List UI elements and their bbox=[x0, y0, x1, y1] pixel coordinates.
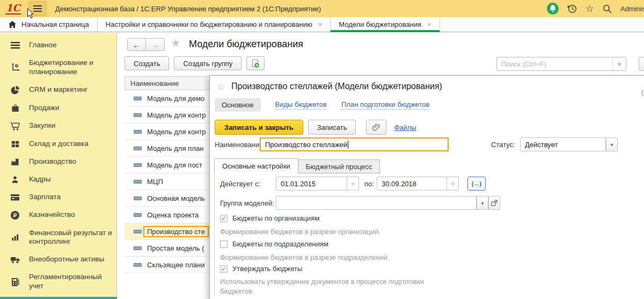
model-icon bbox=[134, 230, 142, 234]
current-user[interactable]: Adminis bbox=[620, 5, 644, 13]
regulated-calc-icon bbox=[10, 278, 20, 287]
checkbox-unchecked-icon bbox=[220, 240, 228, 248]
group-dropdown-icon[interactable]: ▾ bbox=[477, 196, 488, 210]
checkbox-checked-icon: ✓ bbox=[220, 265, 228, 273]
model-icon bbox=[134, 97, 142, 100]
search-icon[interactable] bbox=[602, 4, 612, 14]
text-caret bbox=[348, 141, 348, 149]
model-icon bbox=[134, 263, 142, 267]
model-group-label: Группа моделей: bbox=[220, 199, 274, 207]
sidebar-item-main[interactable]: Главное bbox=[0, 37, 116, 54]
model-group-input[interactable] bbox=[276, 196, 477, 210]
1c-logo: 1С bbox=[5, 3, 21, 14]
sidebar-item-sales[interactable]: Продажи bbox=[0, 99, 116, 117]
list-toolbar: Создать Создать группу bbox=[125, 56, 265, 70]
open-form-icon bbox=[491, 200, 497, 206]
clipped-element: ( bbox=[641, 88, 643, 96]
checkbox-budgets-by-dept[interactable]: Бюджеты по подразделениям bbox=[220, 240, 328, 248]
tab-budget-models[interactable]: Модели бюджетирования × bbox=[331, 17, 440, 32]
dialog-title: Производство стеллажей (Модели бюджетиро… bbox=[231, 82, 442, 91]
sidebar-item-regulated[interactable]: Регламентированный учет bbox=[0, 268, 116, 295]
tab-budget-settings[interactable]: Настройки и справочники по бюджетировани… bbox=[98, 17, 331, 32]
title-bar: 1С Демонстрационная база / 1С:ERP Управл… bbox=[0, 0, 644, 17]
sidebar-item-warehouse[interactable]: Склад и доставка bbox=[0, 135, 116, 153]
sidebar-item-purchases[interactable]: Закупки bbox=[0, 117, 116, 135]
favorite-star-icon[interactable]: ★ bbox=[171, 37, 181, 49]
checkbox-budgets-by-org[interactable]: ✓ Бюджеты по организациям bbox=[220, 214, 319, 222]
sidebar-item-hr[interactable]: Кадры bbox=[0, 171, 116, 188]
checkbox-checked-icon: ✓ bbox=[220, 215, 228, 222]
checkbox-approve-budgets[interactable]: ✓ Утверждать бюджеты bbox=[220, 265, 302, 273]
forward-button[interactable]: → bbox=[146, 38, 165, 51]
page-title: Модели бюджетирования bbox=[189, 39, 303, 50]
name-label: Наименование: bbox=[215, 141, 265, 149]
close-tab-icon[interactable]: × bbox=[427, 20, 431, 28]
attach-button[interactable] bbox=[366, 120, 386, 135]
sidebar-item-finresult[interactable]: Финансовый результат и контроллинг bbox=[0, 224, 116, 251]
model-icon bbox=[134, 113, 142, 117]
purchases-cart-icon bbox=[10, 121, 20, 131]
hint-text: Формирование бюджетов в разрезе подразде… bbox=[220, 253, 445, 262]
back-button[interactable]: ← bbox=[127, 38, 146, 51]
search-input[interactable] bbox=[497, 57, 612, 70]
finance-bars-icon bbox=[10, 233, 20, 242]
date-from-input[interactable]: 01.01.2015 bbox=[276, 177, 347, 191]
svg-text:P: P bbox=[13, 212, 17, 218]
search-clear-icon[interactable]: × bbox=[612, 57, 626, 70]
search-options-button[interactable] bbox=[639, 57, 644, 71]
sales-bag-icon bbox=[10, 104, 20, 113]
favorites-star-icon[interactable]: ☆ bbox=[586, 4, 594, 13]
history-nav: ← → bbox=[127, 38, 165, 51]
clear-date-icon[interactable]: × bbox=[347, 177, 359, 191]
clear-date-icon[interactable]: × bbox=[447, 177, 459, 191]
model-icon bbox=[134, 213, 142, 217]
model-form-dialog: ☆ Производство стеллажей (Модели бюджети… bbox=[209, 75, 644, 299]
model-icon bbox=[134, 196, 142, 200]
form-nav: Основное Виды бюджетов План подготовки б… bbox=[215, 98, 429, 112]
notifications-icon[interactable] bbox=[547, 3, 559, 14]
group-open-button[interactable] bbox=[488, 196, 500, 210]
hint-text: Использовать утверждение документов в пр… bbox=[220, 277, 445, 296]
save-and-close-button[interactable]: Записать и закрыть bbox=[215, 120, 303, 135]
nav-link-budget-plan[interactable]: План подготовки бюджетов bbox=[341, 100, 429, 110]
tab-home[interactable]: Начальная страница bbox=[0, 17, 98, 32]
tab-main-settings[interactable]: Основные настройки bbox=[214, 158, 298, 173]
form-toolbar: Записать и закрыть Записать Файлы bbox=[215, 120, 416, 135]
sidebar-item-salary[interactable]: Зарплата bbox=[0, 188, 116, 206]
files-link[interactable]: Файлы bbox=[394, 123, 416, 132]
create-copy-button[interactable] bbox=[246, 56, 265, 70]
sidebar-item-crm[interactable]: CRM и маркетинг bbox=[0, 81, 116, 99]
sidebar-item-budgeting[interactable]: Бюджетирование и планирование bbox=[0, 54, 116, 81]
save-button[interactable]: Записать bbox=[308, 120, 356, 135]
sidebar-item-production[interactable]: Производство bbox=[0, 153, 116, 171]
date-to-input[interactable]: 30.09.2018 bbox=[377, 177, 447, 191]
valid-to-label: по: bbox=[364, 180, 374, 188]
history-icon[interactable] bbox=[567, 3, 577, 14]
titlebar-actions: ☆ Adminis bbox=[547, 3, 644, 14]
tab-budget-process[interactable]: Бюджетный процесс bbox=[298, 159, 380, 173]
panel-border bbox=[214, 173, 215, 297]
create-button[interactable]: Создать bbox=[125, 56, 169, 70]
new-document-icon bbox=[251, 59, 260, 68]
favorite-star-icon[interactable]: ☆ bbox=[217, 81, 225, 92]
sidebar-item-assets[interactable]: Внеоборотные активы bbox=[0, 251, 116, 268]
home-icon bbox=[8, 20, 17, 28]
nav-tab-main[interactable]: Основное bbox=[215, 98, 261, 112]
create-group-button[interactable]: Создать группу bbox=[174, 56, 241, 70]
search-box: × bbox=[496, 57, 626, 71]
paperclip-icon bbox=[372, 123, 380, 132]
sidebar-bottom-strip bbox=[0, 297, 117, 299]
nav-link-budget-kinds[interactable]: Виды бюджетов bbox=[275, 100, 327, 110]
settings-tabs: Основные настройки Бюджетный процесс bbox=[214, 158, 380, 173]
assets-truck-icon bbox=[10, 256, 20, 264]
close-tab-icon[interactable]: × bbox=[318, 20, 323, 28]
treasury-ruble-icon: P bbox=[10, 210, 20, 220]
choose-period-button[interactable]: (↔) bbox=[467, 177, 486, 191]
name-input[interactable]: Производство стеллажей bbox=[260, 137, 449, 151]
model-icon bbox=[134, 246, 142, 250]
status-select[interactable]: Действует bbox=[520, 137, 606, 151]
hr-person-icon bbox=[10, 175, 20, 184]
sidebar-item-treasury[interactable]: P Казначейство bbox=[0, 206, 116, 224]
crm-pie-icon bbox=[10, 85, 20, 95]
status-dropdown-icon[interactable]: ▾ bbox=[606, 137, 618, 151]
